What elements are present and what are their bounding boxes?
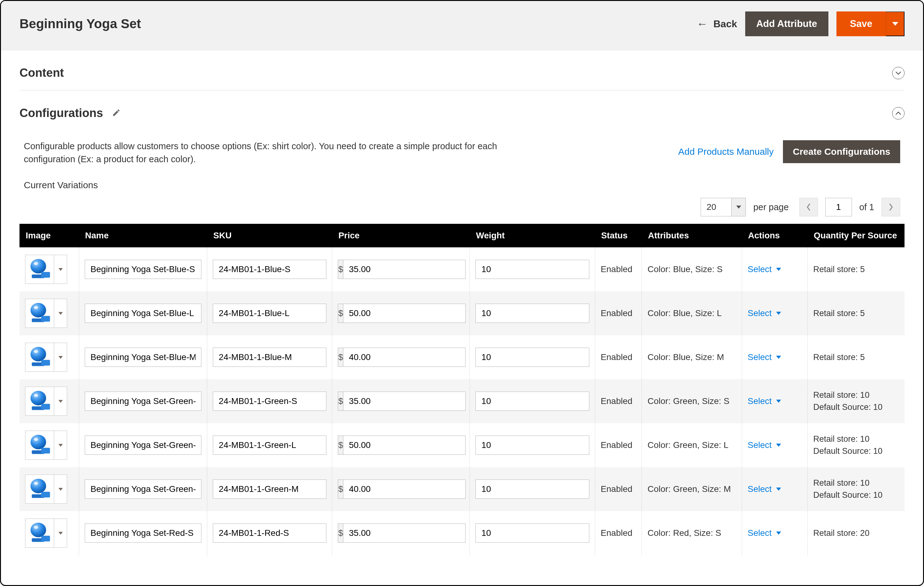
weight-input[interactable]	[475, 304, 589, 323]
name-input[interactable]	[85, 523, 201, 543]
price-input[interactable]	[343, 523, 465, 543]
page-nav: of 1	[799, 198, 900, 216]
thumbnail-dropdown-button[interactable]	[54, 475, 67, 504]
row-action-select[interactable]: Select	[747, 440, 802, 450]
price-input[interactable]	[343, 392, 465, 411]
col-weight[interactable]: Weight	[470, 224, 595, 247]
col-price[interactable]: Price	[332, 224, 470, 247]
per-page-label: per page	[753, 202, 789, 212]
name-input[interactable]	[85, 480, 201, 499]
price-input[interactable]	[343, 435, 465, 455]
page-size-dropdown-button[interactable]	[732, 198, 746, 216]
sku-input[interactable]	[213, 435, 326, 455]
cell-sku	[207, 511, 332, 555]
price-input[interactable]	[343, 348, 465, 367]
save-button[interactable]: Save	[837, 12, 886, 36]
col-actions[interactable]: Actions	[742, 224, 807, 247]
cell-sku	[207, 335, 332, 379]
table-row: $ Enabled Color: Blue, Size: M Select Re…	[20, 335, 904, 379]
back-button[interactable]: ← Back	[696, 17, 737, 30]
sku-input[interactable]	[213, 260, 326, 279]
row-action-select[interactable]: Select	[747, 264, 802, 274]
sku-input[interactable]	[213, 480, 326, 499]
cell-status: Enabled	[595, 335, 642, 379]
prev-page-button[interactable]	[799, 198, 818, 216]
configurations-title-text: Configurations	[20, 106, 103, 119]
product-thumbnail[interactable]	[25, 299, 54, 328]
cell-sku	[207, 423, 332, 467]
configurations-collapse-toggle[interactable]	[892, 107, 904, 119]
product-thumbnail[interactable]	[25, 387, 54, 416]
row-action-select[interactable]: Select	[747, 484, 802, 494]
caret-down-icon	[776, 531, 781, 535]
weight-input[interactable]	[475, 435, 589, 455]
weight-input[interactable]	[475, 523, 589, 543]
cell-weight	[470, 291, 595, 335]
add-attribute-button[interactable]: Add Attribute	[745, 12, 828, 36]
name-input[interactable]	[85, 348, 201, 367]
content-expand-toggle[interactable]	[892, 67, 904, 79]
product-thumbnail[interactable]	[25, 475, 54, 504]
name-input[interactable]	[85, 392, 201, 411]
cell-name	[79, 467, 207, 511]
weight-input[interactable]	[475, 348, 589, 367]
price-input[interactable]	[343, 304, 465, 323]
page-size-select[interactable]: 20	[701, 198, 746, 216]
col-attributes[interactable]: Attributes	[642, 224, 742, 247]
create-configurations-button[interactable]: Create Configurations	[783, 140, 900, 163]
product-thumbnail[interactable]	[25, 430, 54, 460]
thumbnail-dropdown-button[interactable]	[54, 430, 67, 460]
cell-image	[20, 335, 79, 379]
caret-down-icon	[58, 488, 63, 491]
col-sku[interactable]: SKU	[207, 224, 332, 247]
currency-symbol: $	[338, 348, 343, 367]
weight-input[interactable]	[475, 480, 589, 499]
weight-input[interactable]	[475, 260, 589, 279]
row-action-select[interactable]: Select	[747, 308, 802, 318]
thumbnail-dropdown-button[interactable]	[54, 299, 67, 328]
thumbnail-dropdown-button[interactable]	[54, 518, 67, 548]
col-image[interactable]: Image	[20, 224, 79, 247]
thumbnail-dropdown-button[interactable]	[54, 387, 67, 416]
cell-qty: Retail store: 20	[808, 511, 904, 555]
name-input[interactable]	[85, 435, 201, 455]
next-page-button[interactable]	[882, 198, 900, 216]
cell-name	[79, 423, 207, 467]
price-input[interactable]	[343, 480, 465, 499]
sku-input[interactable]	[213, 392, 326, 411]
back-label: Back	[713, 18, 737, 30]
col-qty[interactable]: Quantity Per Source	[808, 224, 904, 247]
sku-input[interactable]	[213, 304, 326, 323]
cell-status: Enabled	[595, 511, 642, 555]
thumbnail-dropdown-button[interactable]	[54, 343, 67, 372]
name-input[interactable]	[85, 260, 201, 279]
caret-down-icon	[776, 400, 781, 403]
product-thumbnail[interactable]	[25, 518, 54, 548]
sku-input[interactable]	[213, 523, 326, 543]
product-thumbnail[interactable]	[25, 343, 54, 372]
currency-symbol: $	[338, 260, 343, 279]
cell-weight	[470, 423, 595, 467]
back-arrow-icon: ←	[696, 17, 708, 30]
add-products-manually-link[interactable]: Add Products Manually	[678, 146, 774, 157]
caret-down-icon	[776, 488, 781, 491]
sku-input[interactable]	[213, 348, 326, 367]
svg-point-5	[34, 306, 38, 309]
svg-rect-27	[41, 536, 50, 541]
cell-actions: Select	[742, 379, 807, 423]
weight-input[interactable]	[475, 392, 589, 411]
page-number-input[interactable]	[825, 198, 852, 216]
row-action-select[interactable]: Select	[747, 396, 802, 406]
price-input[interactable]	[343, 260, 465, 279]
cell-image	[20, 467, 79, 511]
thumbnail-dropdown-button[interactable]	[54, 255, 67, 284]
name-input[interactable]	[85, 304, 201, 323]
col-status[interactable]: Status	[595, 224, 642, 247]
save-dropdown-button[interactable]	[886, 12, 904, 36]
product-thumbnail[interactable]	[25, 255, 54, 284]
row-action-select[interactable]: Select	[747, 352, 802, 362]
row-action-select[interactable]: Select	[747, 528, 802, 538]
col-name[interactable]: Name	[79, 224, 207, 247]
edit-icon[interactable]	[112, 106, 120, 120]
cell-name	[79, 247, 207, 291]
